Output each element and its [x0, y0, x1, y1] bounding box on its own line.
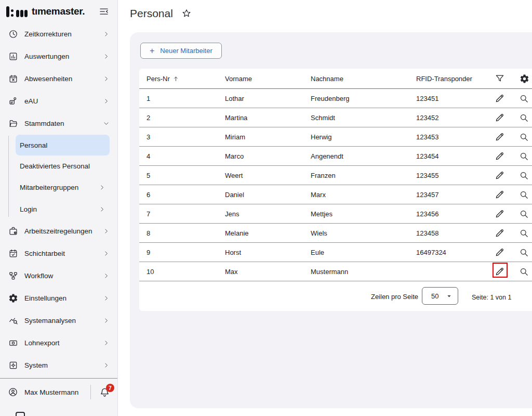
cell-rfid: 123453: [416, 133, 532, 141]
partial-menu-item-icon: [16, 412, 25, 416]
edit-pencil-icon[interactable]: [494, 247, 505, 258]
notifications-button[interactable]: 7: [99, 387, 110, 398]
edit-pencil-icon[interactable]: [494, 209, 505, 219]
view-magnifier-icon[interactable]: [519, 248, 529, 257]
column-header-label: Pers-Nr: [147, 75, 170, 83]
collapse-sidebar-icon[interactable]: [99, 6, 109, 17]
chevron-right-icon: [103, 228, 110, 235]
cell-rfid: 123454: [416, 152, 532, 160]
sidebar-item-system[interactable]: System: [0, 354, 117, 376]
cell-pers_nr: 10: [147, 268, 225, 276]
view-magnifier-icon[interactable]: [519, 132, 529, 142]
chevron-right-icon: [103, 272, 110, 279]
brand-row: tımemaster.: [0, 0, 117, 23]
sidebar-item-label: Zeitkorrekturen: [24, 30, 72, 38]
sidebar-item-einstellungen[interactable]: Einstellungen: [0, 287, 117, 309]
chevron-right-icon: [103, 362, 110, 369]
view-magnifier-icon[interactable]: [519, 94, 529, 103]
edit-pencil-icon[interactable]: [494, 132, 505, 142]
column-header-nachname[interactable]: Nachname: [311, 75, 416, 83]
rows-per-page-label: Zeilen pro Seite: [337, 293, 418, 301]
cell-pers_nr: 2: [147, 114, 225, 122]
calendar-check-icon: [8, 249, 18, 258]
cell-rfid: 123452: [416, 114, 532, 122]
cell-pers_nr: 6: [147, 191, 225, 199]
sidebar-subitem-mitarbeitergruppen[interactable]: Mitarbeitergruppen: [16, 176, 110, 198]
chevron-right-icon: [103, 250, 110, 257]
cell-rfid: 123451: [416, 95, 532, 102]
sidebar-item-zeitkorrekturen[interactable]: Zeitkorrekturen: [0, 23, 117, 45]
cell-vorname: Horst: [225, 249, 311, 256]
table-row-6: 6DanielMarx123457: [139, 185, 532, 204]
sidebar-subitem-deaktiviertes-personal[interactable]: Deaktiviertes Personal: [16, 155, 110, 176]
edit-pencil-icon[interactable]: [494, 189, 505, 200]
cell-vorname: Jens: [225, 210, 311, 218]
column-header-pers-nr[interactable]: Pers-Nr: [147, 75, 225, 83]
view-magnifier-icon[interactable]: [519, 151, 529, 161]
edit-pencil-icon[interactable]: [494, 112, 505, 123]
cell-pers_nr: 1: [147, 95, 225, 102]
star-icon[interactable]: [181, 8, 192, 19]
cell-vorname: Marco: [225, 152, 311, 160]
cell-rfid: 16497324: [416, 249, 532, 256]
edit-pencil-icon[interactable]: [494, 228, 505, 239]
sidebar-item-label: Lohnexport: [24, 339, 60, 347]
notification-badge: 7: [106, 384, 114, 392]
table-row-5: 5WeertFranzen123455: [139, 166, 532, 185]
sidebar-item-label: Abwesenheiten: [24, 75, 72, 83]
cell-rfid: 123455: [416, 172, 532, 179]
view-magnifier-icon[interactable]: [519, 113, 529, 123]
sidebar-subitem-login[interactable]: Login: [16, 198, 110, 220]
table-row-1: 1LotharFreudenberg123451: [139, 89, 532, 108]
new-employee-button[interactable]: + Neuer Mitarbeiter: [140, 43, 222, 59]
user-row[interactable]: Max Mustermann 7: [0, 379, 117, 406]
page-info: Seite: 1 von 1: [472, 294, 511, 301]
calendar-x-icon: [8, 74, 18, 84]
cell-nachname: Wiels: [311, 229, 416, 237]
cell-nachname: Franzen: [311, 172, 416, 179]
plus-icon: +: [150, 47, 154, 55]
sidebar-item-stammdaten[interactable]: Stammdaten: [0, 112, 117, 135]
chevron-right-icon: [99, 184, 105, 191]
chevron-right-icon: [103, 75, 110, 82]
sick-note-person-icon: [8, 96, 18, 106]
cell-vorname: Miriam: [225, 133, 311, 141]
sidebar-item-arbeitszeitregelungen[interactable]: Arbeitszeitregelungen: [0, 220, 117, 242]
cell-vorname: Lothar: [225, 95, 311, 102]
sidebar-item-workflow[interactable]: Workflow: [0, 265, 117, 287]
gear-icon[interactable]: [520, 74, 529, 84]
sidebar-item-schichtarbeit[interactable]: Schichtarbeit: [0, 242, 117, 265]
table-row-2: 2MartinaSchmidt123452: [139, 108, 532, 127]
view-magnifier-icon[interactable]: [519, 209, 529, 219]
sidebar-item-auswertungen[interactable]: Auswertungen: [0, 45, 117, 68]
sidebar-item-systemanalysen[interactable]: Systemanalysen: [0, 309, 117, 332]
cell-nachname: Freudenberg: [311, 95, 416, 102]
bar-chart-icon: [8, 51, 18, 61]
sidebar-item-eau[interactable]: eAU: [0, 90, 117, 112]
cell-rfid: 123458: [416, 229, 532, 237]
clock-icon: [8, 29, 18, 39]
workflow-icon: [8, 271, 18, 281]
column-header-vorname[interactable]: Vorname: [225, 75, 311, 83]
filter-icon[interactable]: [495, 73, 505, 84]
edit-pencil-icon[interactable]: [494, 170, 505, 181]
cell-nachname: Eule: [311, 249, 416, 256]
edit-pencil-icon[interactable]: [494, 151, 505, 162]
stammdaten-submenu: PersonalDeaktiviertes PersonalMitarbeite…: [0, 135, 117, 220]
sidebar-item-abwesenheiten[interactable]: Abwesenheiten: [0, 68, 117, 90]
view-magnifier-icon[interactable]: [519, 190, 529, 200]
sidebar-nav: ZeitkorrekturenAuswertungenAbwesenheiten…: [0, 23, 117, 376]
view-magnifier-icon[interactable]: [519, 171, 529, 180]
rows-per-page-select[interactable]: 50: [422, 287, 458, 305]
timemaster-logo-icon: [6, 6, 28, 17]
view-magnifier-icon[interactable]: [519, 267, 529, 277]
sidebar-subitem-personal[interactable]: Personal: [16, 135, 110, 155]
sidebar-item-lohnexport[interactable]: Lohnexport: [0, 332, 117, 354]
column-header-rfid-transponder[interactable]: RFID-Transponder: [416, 75, 532, 83]
chevron-right-icon: [103, 31, 110, 37]
caret-down-icon: [446, 293, 452, 299]
view-magnifier-icon[interactable]: [519, 228, 529, 238]
cell-pers_nr: 5: [147, 172, 225, 179]
sidebar: tımemaster. ZeitkorrekturenAuswertungenA…: [0, 0, 118, 416]
edit-pencil-icon[interactable]: [494, 93, 505, 104]
